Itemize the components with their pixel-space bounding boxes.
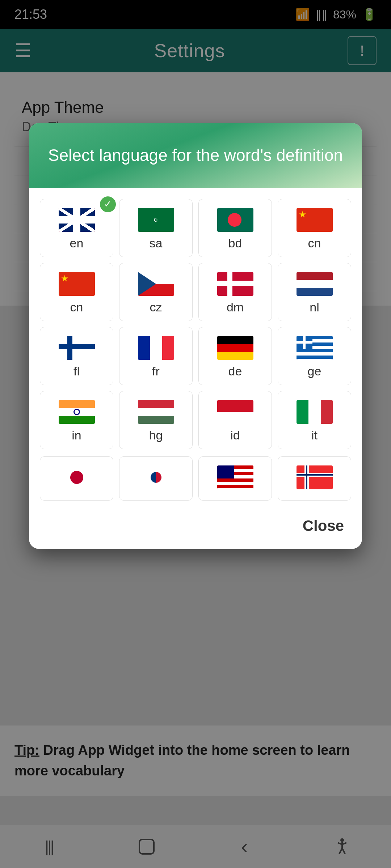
lang-code-en: en: [70, 236, 84, 250]
lang-code-nl: nl: [310, 300, 319, 314]
flag-cn2-stars: ★: [61, 274, 69, 283]
modal-title: Select language for the word's definitio…: [43, 145, 348, 166]
lang-item-in[interactable]: in: [40, 391, 113, 449]
flag-in: [59, 400, 95, 424]
flag-fr: [138, 336, 174, 360]
flag-fl: [59, 336, 95, 360]
lang-code-fr: fr: [152, 364, 160, 378]
language-select-modal: Select language for the word's definitio…: [29, 123, 362, 549]
selected-check-icon: ✓: [100, 196, 116, 212]
lang-code-cn1: cn: [308, 236, 321, 250]
flag-ge: [297, 336, 333, 360]
flag-de: [217, 336, 253, 360]
lang-item-fl[interactable]: fl: [40, 327, 113, 385]
lang-code-cz: cz: [150, 300, 162, 314]
lang-item-ge[interactable]: ge: [278, 327, 351, 385]
lang-item-fr[interactable]: fr: [119, 327, 193, 385]
flag-my-canton: [217, 465, 234, 478]
flag-kr: [138, 465, 174, 489]
flag-cn: ★: [297, 208, 333, 232]
flag-my: [217, 465, 253, 489]
flag-bd: [217, 208, 253, 232]
lang-code-hg: hg: [149, 428, 163, 442]
flag-jp: [59, 465, 95, 489]
flag-no-inner2: [297, 474, 333, 476]
modal-header: Select language for the word's definitio…: [29, 123, 362, 188]
flag-cn2: ★: [59, 272, 95, 296]
lang-code-bd: bd: [228, 236, 242, 250]
flag-bd-circle: [228, 213, 241, 227]
flag-no-inner: [306, 465, 307, 489]
lang-code-in: in: [72, 428, 81, 442]
lang-item-it[interactable]: it: [278, 391, 351, 449]
flag-ge-cross-v: [303, 336, 306, 349]
lang-item-sa[interactable]: ☪ sa: [119, 199, 193, 257]
close-button[interactable]: Close: [295, 514, 351, 538]
lang-item-my[interactable]: [198, 456, 272, 501]
lang-code-id: id: [230, 428, 240, 442]
language-grid-partial: [40, 456, 351, 501]
lang-code-ge: ge: [308, 364, 321, 378]
flag-it: [297, 400, 333, 424]
lang-item-no[interactable]: [278, 456, 351, 501]
flag-sa: ☪: [138, 208, 174, 232]
lang-item-cn1[interactable]: ★ cn: [278, 199, 351, 257]
flag-id: [217, 400, 253, 424]
lang-code-fl: fl: [73, 364, 80, 378]
flag-jp-circle: [70, 471, 83, 484]
modal-body: ✓ en ☪ sa bd ★: [29, 188, 362, 508]
flag-nl: [297, 272, 333, 296]
lang-item-cz[interactable]: cz: [119, 263, 193, 321]
lang-item-kr[interactable]: [119, 456, 193, 501]
flag-kr-circle: [151, 472, 161, 483]
flag-sa-symbol: ☪: [154, 217, 158, 223]
flag-in-wheel: [73, 409, 80, 415]
lang-item-de[interactable]: de: [198, 327, 272, 385]
lang-item-cn2[interactable]: ★ cn: [40, 263, 113, 321]
lang-item-id[interactable]: id: [198, 391, 272, 449]
lang-item-dm[interactable]: dm: [198, 263, 272, 321]
lang-code-it: it: [311, 428, 318, 442]
lang-item-hg[interactable]: hg: [119, 391, 193, 449]
flag-no: [297, 465, 333, 489]
lang-code-cn2: cn: [70, 300, 83, 314]
flag-cn-stars: ★: [299, 210, 307, 219]
flag-cz: [138, 272, 174, 296]
lang-item-bd[interactable]: bd: [198, 199, 272, 257]
flag-hg: [138, 400, 174, 424]
lang-code-de: de: [228, 364, 242, 378]
lang-item-jp[interactable]: [40, 456, 113, 501]
flag-en: [59, 208, 95, 232]
modal-footer: Close: [29, 508, 362, 549]
flag-dm: [217, 272, 253, 296]
lang-code-dm: dm: [227, 300, 244, 314]
lang-item-en[interactable]: ✓ en: [40, 199, 113, 257]
language-grid: ✓ en ☪ sa bd ★: [40, 199, 351, 449]
lang-item-nl[interactable]: nl: [278, 263, 351, 321]
lang-code-sa: sa: [150, 236, 163, 250]
